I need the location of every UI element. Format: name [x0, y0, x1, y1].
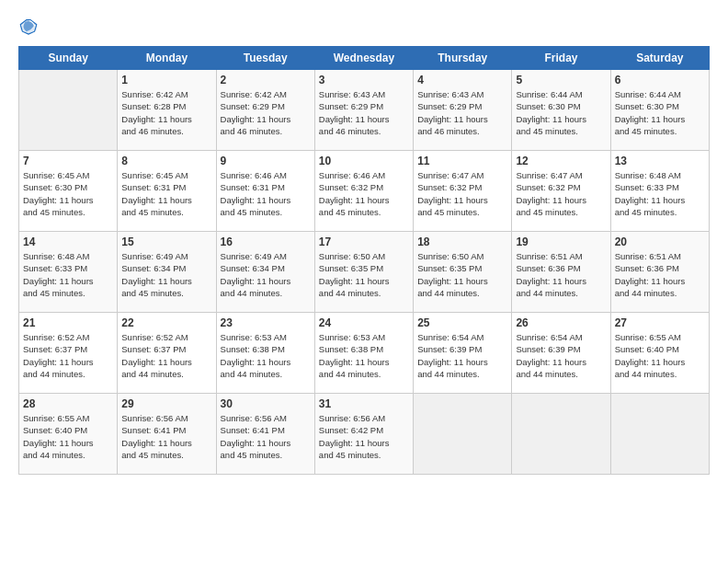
logo [18, 17, 42, 37]
day-cell: 1Sunrise: 6:42 AMSunset: 6:28 PMDaylight… [118, 70, 216, 151]
day-info: Sunrise: 6:51 AMSunset: 6:36 PMDaylight:… [516, 250, 606, 299]
week-row-4: 21Sunrise: 6:52 AMSunset: 6:37 PMDayligh… [19, 313, 710, 394]
day-number: 20 [615, 236, 705, 248]
day-cell: 23Sunrise: 6:53 AMSunset: 6:38 PMDayligh… [216, 313, 314, 394]
day-cell: 12Sunrise: 6:47 AMSunset: 6:32 PMDayligh… [512, 151, 610, 232]
header-cell-monday: Monday [118, 47, 216, 70]
day-cell: 8Sunrise: 6:45 AMSunset: 6:31 PMDaylight… [118, 151, 216, 232]
day-info: Sunrise: 6:50 AMSunset: 6:35 PMDaylight:… [319, 250, 409, 299]
day-number: 19 [516, 236, 606, 248]
day-cell: 16Sunrise: 6:49 AMSunset: 6:34 PMDayligh… [216, 232, 314, 313]
day-info: Sunrise: 6:44 AMSunset: 6:30 PMDaylight:… [516, 88, 606, 137]
header-cell-wednesday: Wednesday [314, 47, 413, 70]
day-number: 4 [417, 74, 507, 86]
day-number: 14 [23, 236, 113, 248]
day-number: 29 [121, 397, 211, 410]
day-number: 18 [417, 236, 507, 248]
day-info: Sunrise: 6:53 AMSunset: 6:38 PMDaylight:… [319, 331, 409, 380]
day-info: Sunrise: 6:55 AMSunset: 6:40 PMDaylight:… [615, 331, 705, 380]
day-cell: 31Sunrise: 6:56 AMSunset: 6:42 PMDayligh… [314, 394, 413, 475]
day-info: Sunrise: 6:51 AMSunset: 6:36 PMDaylight:… [615, 250, 705, 299]
calendar-table: SundayMondayTuesdayWednesdayThursdayFrid… [18, 46, 710, 475]
day-number: 30 [221, 397, 311, 410]
day-info: Sunrise: 6:54 AMSunset: 6:39 PMDaylight:… [516, 331, 606, 380]
day-cell [19, 70, 118, 151]
day-number: 25 [417, 316, 507, 329]
day-info: Sunrise: 6:53 AMSunset: 6:38 PMDaylight:… [221, 331, 311, 380]
day-cell: 26Sunrise: 6:54 AMSunset: 6:39 PMDayligh… [512, 313, 610, 394]
day-cell: 20Sunrise: 6:51 AMSunset: 6:36 PMDayligh… [610, 232, 709, 313]
day-cell: 21Sunrise: 6:52 AMSunset: 6:37 PMDayligh… [19, 313, 118, 394]
day-cell: 19Sunrise: 6:51 AMSunset: 6:36 PMDayligh… [512, 232, 610, 313]
week-row-2: 7Sunrise: 6:45 AMSunset: 6:30 PMDaylight… [19, 151, 710, 232]
day-info: Sunrise: 6:44 AMSunset: 6:30 PMDaylight:… [615, 88, 705, 137]
day-number: 11 [417, 155, 507, 167]
day-info: Sunrise: 6:45 AMSunset: 6:30 PMDaylight:… [23, 169, 113, 218]
day-info: Sunrise: 6:43 AMSunset: 6:29 PMDaylight:… [417, 88, 507, 137]
day-cell [414, 394, 512, 475]
day-info: Sunrise: 6:56 AMSunset: 6:41 PMDaylight:… [221, 412, 311, 461]
day-number: 22 [121, 316, 211, 329]
day-cell [610, 394, 709, 475]
day-info: Sunrise: 6:48 AMSunset: 6:33 PMDaylight:… [615, 169, 705, 218]
header [18, 17, 710, 37]
day-number: 2 [221, 74, 311, 86]
day-number: 21 [23, 316, 113, 329]
day-cell: 22Sunrise: 6:52 AMSunset: 6:37 PMDayligh… [118, 313, 216, 394]
day-cell: 3Sunrise: 6:43 AMSunset: 6:29 PMDaylight… [314, 70, 413, 151]
day-cell: 25Sunrise: 6:54 AMSunset: 6:39 PMDayligh… [414, 313, 512, 394]
day-info: Sunrise: 6:52 AMSunset: 6:37 PMDaylight:… [121, 331, 211, 380]
day-cell: 30Sunrise: 6:56 AMSunset: 6:41 PMDayligh… [216, 394, 314, 475]
day-info: Sunrise: 6:49 AMSunset: 6:34 PMDaylight:… [221, 250, 311, 299]
day-info: Sunrise: 6:56 AMSunset: 6:41 PMDaylight:… [121, 412, 211, 461]
day-info: Sunrise: 6:46 AMSunset: 6:31 PMDaylight:… [221, 169, 311, 218]
day-number: 1 [121, 74, 211, 86]
day-number: 3 [319, 74, 409, 86]
day-info: Sunrise: 6:42 AMSunset: 6:28 PMDaylight:… [121, 88, 211, 137]
week-row-5: 28Sunrise: 6:55 AMSunset: 6:40 PMDayligh… [19, 394, 710, 475]
day-number: 16 [221, 236, 311, 248]
day-cell: 5Sunrise: 6:44 AMSunset: 6:30 PMDaylight… [512, 70, 610, 151]
day-number: 13 [615, 155, 705, 167]
day-info: Sunrise: 6:43 AMSunset: 6:29 PMDaylight:… [319, 88, 409, 137]
day-cell: 27Sunrise: 6:55 AMSunset: 6:40 PMDayligh… [610, 313, 709, 394]
day-cell: 29Sunrise: 6:56 AMSunset: 6:41 PMDayligh… [118, 394, 216, 475]
day-number: 27 [615, 316, 705, 329]
day-number: 8 [121, 155, 211, 167]
day-cell: 11Sunrise: 6:47 AMSunset: 6:32 PMDayligh… [414, 151, 512, 232]
day-number: 7 [23, 155, 113, 167]
day-cell: 14Sunrise: 6:48 AMSunset: 6:33 PMDayligh… [19, 232, 118, 313]
day-info: Sunrise: 6:55 AMSunset: 6:40 PMDaylight:… [23, 412, 113, 461]
day-number: 9 [221, 155, 311, 167]
day-number: 24 [319, 316, 409, 329]
day-info: Sunrise: 6:56 AMSunset: 6:42 PMDaylight:… [319, 412, 409, 461]
header-cell-tuesday: Tuesday [216, 47, 314, 70]
day-number: 10 [319, 155, 409, 167]
header-cell-friday: Friday [512, 47, 610, 70]
day-info: Sunrise: 6:49 AMSunset: 6:34 PMDaylight:… [121, 250, 211, 299]
header-cell-sunday: Sunday [19, 47, 118, 70]
day-cell: 6Sunrise: 6:44 AMSunset: 6:30 PMDaylight… [610, 70, 709, 151]
day-number: 23 [221, 316, 311, 329]
day-info: Sunrise: 6:48 AMSunset: 6:33 PMDaylight:… [23, 250, 113, 299]
day-cell: 4Sunrise: 6:43 AMSunset: 6:29 PMDaylight… [414, 70, 512, 151]
day-number: 5 [516, 74, 606, 86]
week-row-3: 14Sunrise: 6:48 AMSunset: 6:33 PMDayligh… [19, 232, 710, 313]
day-cell: 15Sunrise: 6:49 AMSunset: 6:34 PMDayligh… [118, 232, 216, 313]
header-row: SundayMondayTuesdayWednesdayThursdayFrid… [19, 47, 710, 70]
week-row-1: 1Sunrise: 6:42 AMSunset: 6:28 PMDaylight… [19, 70, 710, 151]
day-info: Sunrise: 6:42 AMSunset: 6:29 PMDaylight:… [221, 88, 311, 137]
day-info: Sunrise: 6:47 AMSunset: 6:32 PMDaylight:… [417, 169, 507, 218]
day-number: 6 [615, 74, 705, 86]
day-info: Sunrise: 6:45 AMSunset: 6:31 PMDaylight:… [121, 169, 211, 218]
day-info: Sunrise: 6:54 AMSunset: 6:39 PMDaylight:… [417, 331, 507, 380]
day-cell: 24Sunrise: 6:53 AMSunset: 6:38 PMDayligh… [314, 313, 413, 394]
day-cell: 2Sunrise: 6:42 AMSunset: 6:29 PMDaylight… [216, 70, 314, 151]
day-cell: 18Sunrise: 6:50 AMSunset: 6:35 PMDayligh… [414, 232, 512, 313]
logo-icon [18, 17, 39, 37]
day-number: 12 [516, 155, 606, 167]
day-info: Sunrise: 6:46 AMSunset: 6:32 PMDaylight:… [319, 169, 409, 218]
day-cell [512, 394, 610, 475]
day-cell: 9Sunrise: 6:46 AMSunset: 6:31 PMDaylight… [216, 151, 314, 232]
page: SundayMondayTuesdayWednesdayThursdayFrid… [0, 0, 728, 563]
